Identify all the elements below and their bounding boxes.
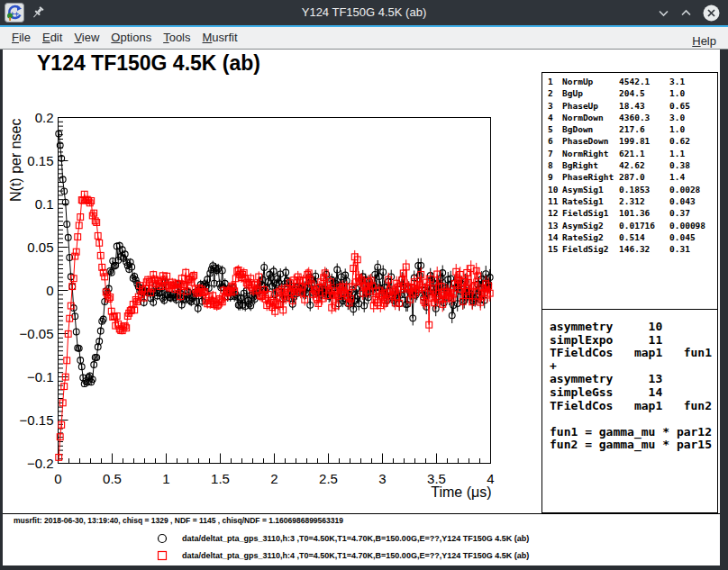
menu-file[interactable]: File: [12, 31, 31, 44]
menu-help[interactable]: Help: [692, 34, 716, 48]
minimize-button[interactable]: [655, 5, 672, 22]
menu-options[interactable]: Options: [111, 31, 151, 44]
svg-text:−0.2: −0.2: [27, 456, 54, 471]
svg-text:0.1: 0.1: [35, 196, 54, 212]
param-row-BgRight: 8BgRight42.620.38: [548, 159, 717, 171]
svg-text:0.05: 0.05: [27, 240, 53, 255]
footer-divider: [3, 513, 720, 514]
menubar: FileEditViewOptionsToolsMusrfit Help: [0, 27, 728, 50]
menu-tools[interactable]: Tools: [163, 31, 190, 44]
fit-parameter-table: 1NormUp4542.13.12BgUp204.51.03PhaseUp18.…: [541, 72, 718, 310]
svg-text:2.5: 2.5: [319, 471, 338, 486]
svg-text:−0.05: −0.05: [20, 326, 54, 341]
root-canvas: 00.511.522.533.540.20.150.10.050−0.05−0.…: [3, 50, 720, 565]
app-window: ++ Y124 TF150G 4.5K (ab) FileEditViewOpt…: [0, 0, 728, 570]
x-axis-title: Time (μs): [431, 484, 491, 500]
theory-block: asymmetry 10simplExpo 11TFieldCos map1 f…: [541, 309, 718, 513]
menu-edit[interactable]: Edit: [42, 31, 62, 44]
theory-line: asymmetry 13: [550, 373, 717, 386]
window-title: Y124 TF150G 4.5K (ab): [0, 5, 728, 19]
y-axis-title: N(t) per nsec: [8, 119, 23, 202]
legend-entry-histo4: data/deltat_pta_gps_3110,h:4 ,T0=4.50K,T…: [182, 551, 529, 560]
param-row-RateSig1: 11RateSig12.3120.043: [548, 195, 717, 207]
theory-line: TFieldCos map1 fun1: [550, 347, 717, 360]
series-histo-4: [56, 191, 493, 460]
titlebar[interactable]: ++ Y124 TF150G 4.5K (ab): [0, 0, 728, 25]
param-row-AsymSig2: 13AsymSig20.017160.00098: [548, 220, 717, 231]
svg-text:3: 3: [378, 471, 386, 486]
legend-entry-histo3: data/deltat_pta_gps_3110,h:3 ,T0=4.50K,T…: [182, 534, 529, 543]
svg-text:0: 0: [54, 471, 61, 486]
theory-line: asymmetry 10: [550, 321, 717, 334]
param-row-FieldSig2: 15FieldSig2146.320.31: [548, 243, 717, 255]
svg-text:2: 2: [270, 471, 278, 486]
svg-text:0.15: 0.15: [27, 153, 53, 168]
param-row-BgDown: 5BgDown217.61.0: [548, 123, 717, 135]
close-button[interactable]: [703, 5, 720, 22]
param-row-RateSig2: 14RateSig20.5140.045: [548, 231, 717, 243]
svg-text:−0.15: −0.15: [20, 412, 54, 428]
theory-line: TFieldCos map1 fun2: [550, 400, 717, 413]
svg-text:0: 0: [46, 283, 53, 298]
theory-line: simpleGss 14: [550, 386, 717, 400]
param-row-BgUp: 2BgUp204.51.0: [548, 87, 717, 99]
maximize-button[interactable]: [678, 5, 695, 22]
theory-line: fun2 = gamma_mu * par15: [550, 439, 717, 452]
param-row-NormUp: 1NormUp4542.13.1: [548, 76, 717, 87]
svg-text:0.2: 0.2: [35, 110, 54, 125]
series-histo-3: [56, 131, 493, 387]
svg-text:1.5: 1.5: [211, 471, 230, 486]
param-row-PhaseDown: 6PhaseDown199.810.62: [548, 135, 717, 147]
svg-text:1: 1: [162, 471, 169, 486]
param-row-PhaseUp: 3PhaseUp18.430.65: [548, 100, 717, 112]
param-row-NormRight: 7NormRight621.11.1: [548, 148, 717, 159]
theory-line: simplExpo 11: [550, 334, 717, 348]
plot-title: Y124 TF150G 4.5K (ab): [37, 51, 260, 76]
param-row-NormDown: 4NormDown4360.33.0: [548, 112, 717, 123]
menu-musrfit[interactable]: Musrfit: [203, 31, 238, 44]
theory-line: +: [550, 360, 717, 374]
param-row-PhaseRight: 9PhaseRight287.01.4: [548, 171, 717, 183]
theory-line: fun1 = gamma_mu * par12: [550, 426, 717, 439]
svg-text:0.5: 0.5: [103, 471, 122, 486]
fit-status-line: musrfit: 2018-06-30, 13:19:40, chisq = 1…: [14, 516, 343, 525]
legend-marker-circle: [159, 535, 167, 543]
param-row-AsymSig1: 10AsymSig10.18530.0028: [548, 184, 717, 195]
theory-line: [550, 412, 717, 426]
legend-marker-square: [159, 552, 167, 560]
param-row-FieldSig1: 12FieldSig1101.360.37: [548, 207, 717, 219]
menu-view[interactable]: View: [74, 31, 99, 44]
svg-text:−0.1: −0.1: [27, 369, 54, 385]
